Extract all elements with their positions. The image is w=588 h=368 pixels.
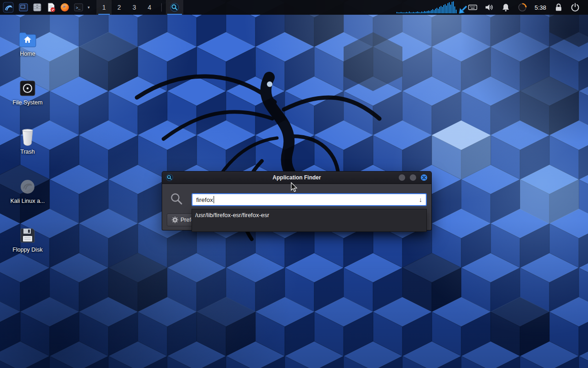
text-editor-icon (46, 2, 56, 12)
cpu-graph (396, 1, 457, 13)
applications-menu-button[interactable] (0, 0, 17, 15)
workspace-button-2[interactable]: 2 (112, 0, 127, 15)
desktop-icon-file-system[interactable]: File System (6, 78, 50, 106)
launcher-firefox[interactable] (58, 0, 72, 15)
application-finder-icon (170, 3, 179, 12)
file-system-icon (19, 80, 36, 97)
launcher-file-manager[interactable] (30, 0, 44, 15)
entry-dropdown-icon[interactable]: ↓ (419, 196, 422, 203)
home-folder-icon (18, 31, 37, 48)
window-launcher-icon (18, 2, 28, 12)
search-input[interactable]: firefox ↓ (192, 193, 427, 206)
terminal-dropdown-chevron[interactable]: ▾ (85, 0, 92, 15)
padlock-icon (554, 2, 564, 12)
application-finder-window: Application Finder firefox ↓ (162, 171, 432, 230)
close-button[interactable] (421, 174, 427, 181)
status-update-icon[interactable] (517, 2, 527, 13)
file-manager-icon (32, 2, 42, 12)
text-caret (214, 196, 214, 203)
desktop-icon-label: Floppy Disk (6, 247, 50, 253)
terminal-icon: >_ (74, 2, 84, 12)
kali-menu-icon (3, 2, 14, 13)
workspace-button-3[interactable]: 3 (127, 0, 142, 15)
desktop-icon-label: Trash (6, 149, 50, 155)
workspace-button-4[interactable]: 4 (142, 0, 157, 15)
search-icon (170, 192, 183, 206)
keyboard-icon[interactable] (468, 2, 478, 13)
workspace-label: 3 (133, 4, 136, 11)
volume-icon[interactable] (484, 2, 494, 13)
application-finder-body: firefox ↓ Preferences /usr/lib/firefox-e… (162, 184, 432, 230)
workspace-label: 4 (148, 4, 152, 11)
power-icon (570, 2, 580, 12)
firefox-icon (60, 2, 70, 12)
workspace-label: 2 (118, 4, 121, 11)
clock[interactable]: 5:38 (535, 4, 546, 11)
close-icon (422, 176, 426, 179)
floppy-disk-icon (19, 227, 36, 244)
taskbar-application-finder-button[interactable] (166, 0, 183, 15)
maximize-button[interactable] (410, 174, 416, 181)
desktop-icon-home[interactable]: Home (6, 29, 50, 57)
panel-separator (161, 3, 162, 12)
desktop-icon-label: Home (6, 51, 50, 57)
desktop-icon-trash[interactable]: Trash (6, 127, 50, 155)
launcher-show-desktop[interactable] (17, 0, 30, 15)
top-panel: >_ ▾ 1 2 3 4 (0, 0, 588, 15)
trash-icon (19, 128, 36, 146)
workspace-switcher: 1 2 3 4 (96, 0, 157, 15)
lock-screen-button[interactable] (554, 2, 564, 13)
system-tray: 5:38 (396, 1, 588, 13)
launcher-text-editor[interactable] (44, 0, 58, 15)
desktop-icon-kali-docs[interactable]: Kali Linux a... (6, 176, 50, 204)
workspace-button-1[interactable]: 1 (96, 0, 112, 15)
desktop-icon-label: Kali Linux a... (6, 198, 50, 204)
desktop-icon-label: File System (6, 99, 50, 106)
completion-popup: /usr/lib/firefox-esr/firefox-esr (192, 209, 427, 232)
desktop-icon-floppy-disk[interactable]: Floppy Disk (6, 225, 50, 253)
titlebar[interactable]: Application Finder (162, 171, 432, 184)
completion-item[interactable]: /usr/lib/firefox-esr/firefox-esr (192, 209, 426, 220)
gear-icon (172, 217, 178, 223)
workspace-label: 1 (102, 4, 106, 11)
logout-button[interactable] (570, 2, 580, 13)
kali-docs-icon (19, 178, 36, 196)
window-title: Application Finder (162, 174, 431, 181)
application-finder-icon (166, 174, 173, 181)
launcher-terminal[interactable]: >_ (72, 0, 85, 15)
minimize-button[interactable] (399, 174, 405, 181)
notifications-icon[interactable] (501, 2, 511, 13)
search-input-value: firefox (196, 196, 213, 203)
dragon-highlight-dot (267, 81, 272, 87)
svg-text:>_: >_ (76, 6, 81, 11)
